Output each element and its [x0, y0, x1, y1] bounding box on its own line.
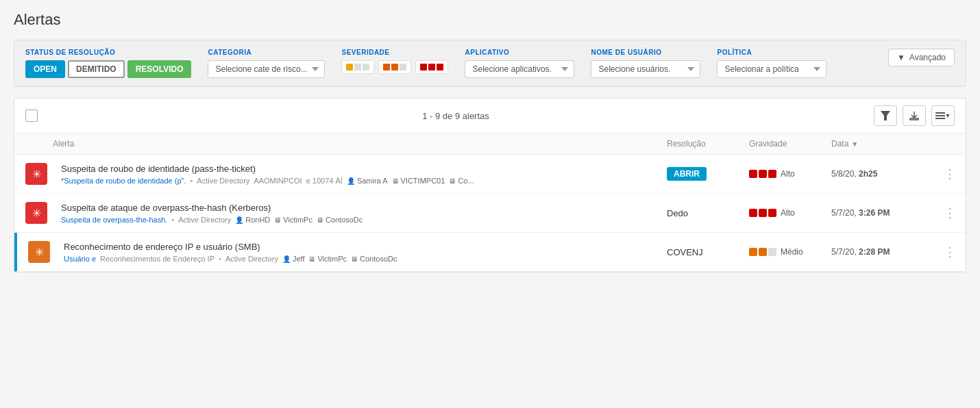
category-filter-label: CATEGORIA — [208, 49, 325, 56]
alert-tag-3: Usuário e — [64, 255, 96, 263]
username-select[interactable]: Selecione usuários. — [591, 60, 700, 78]
pc-icon-3 — [274, 216, 281, 224]
user-icon — [347, 177, 355, 185]
user-icon-2 — [235, 216, 243, 224]
filter-group-status: STATUS DE RESOLUÇÃO OPEN DEMITIDO RESOLV… — [25, 49, 191, 78]
severity-high-button[interactable] — [415, 60, 448, 74]
sev-dot-1a — [749, 170, 757, 178]
chevron-down-icon: ▼ — [945, 112, 951, 119]
advanced-button[interactable]: ▼ Avançado — [888, 49, 955, 66]
resolved-status-button[interactable]: RESOLVIDO — [127, 60, 192, 78]
alert-sub-recon-3: Reconhecimentos de Endereço IP — [100, 255, 215, 263]
severity-cell-2: Alto — [749, 208, 831, 218]
date-cell-3: 5/7/20, 2:28 PM — [831, 247, 941, 257]
svg-marker-0 — [881, 111, 890, 120]
columns-button[interactable]: ▼ — [931, 105, 955, 126]
alert-subtitle-1: *Suspeita de roubo de identidade (p". • … — [61, 177, 659, 185]
more-options-button-3[interactable]: ⋮ — [941, 246, 955, 258]
sev-dot-2a — [749, 209, 757, 217]
svg-rect-1 — [935, 112, 945, 114]
filter-icon: ▼ — [897, 53, 905, 62]
table-count: 1 - 9 de 9 alertas — [46, 111, 866, 121]
alert-pc-badge-4: ContosoDc — [317, 216, 363, 224]
date-value-2: 5/7/20, — [831, 208, 857, 218]
page-title: Alertas — [14, 11, 966, 29]
filter-button[interactable] — [874, 105, 897, 126]
severity-label-3: Médio — [781, 247, 803, 257]
advanced-button-label: Avançado — [909, 53, 946, 62]
funnel-icon — [881, 111, 890, 120]
username-filter-label: NOME DE USUÁRIO — [591, 49, 700, 56]
alert-sub-item-3: e 10074 Äİ — [306, 177, 343, 185]
col-header-alert: Alerta — [53, 139, 667, 149]
select-all-checkbox[interactable] — [25, 110, 38, 122]
alert-icon-1: ✳ — [25, 163, 47, 185]
sev-dot-1c — [768, 170, 776, 178]
alert-title-3: Reconhecimento de endereço IP e usuário … — [64, 242, 659, 252]
alert-pc-badge-3: VictimPc — [274, 216, 313, 224]
alert-sub-item-1: Active Directory — [197, 177, 249, 185]
pc-icon-5 — [308, 255, 315, 263]
toolbar-actions: ▼ — [874, 105, 955, 126]
policy-select[interactable]: Selecionar a política — [717, 60, 826, 78]
severity-dots-3 — [749, 248, 776, 256]
alert-content-1: Suspeita de roubo de identidade (pass-th… — [53, 164, 667, 185]
table-row[interactable]: ✳ Suspeita de roubo de identidade (pass-… — [14, 155, 966, 194]
sev-dot-2c — [768, 209, 776, 217]
status-filter-label: STATUS DE RESOLUÇÃO — [25, 49, 191, 56]
table-row[interactable]: ✳ Suspeita de ataque de overpass-the-has… — [14, 194, 966, 233]
severity-low-button[interactable] — [341, 60, 374, 74]
alert-pc-badge-5: VictimPc — [308, 255, 347, 263]
sev-dot-2b — [759, 209, 767, 217]
col-header-severity: Gravidade — [749, 139, 831, 149]
category-select[interactable]: Selecione cate de risco... — [208, 60, 325, 78]
alerts-table: 1 - 9 de 9 alertas ▼ — [14, 98, 966, 272]
alert-user-badge-2: RonHD — [235, 216, 270, 224]
filter-group-category: CATEGORIA Selecione cate de risco... — [208, 49, 325, 78]
resolution-text-3: COVENJ — [667, 247, 703, 257]
policy-filter-label: POLÍTICA — [717, 49, 826, 56]
open-status-button[interactable]: OPEN — [25, 60, 65, 78]
severity-medium-button[interactable] — [378, 60, 411, 74]
dismissed-status-button[interactable]: DEMITIDO — [68, 60, 125, 78]
alert-pc-badge-6: ContosoDc — [351, 255, 397, 263]
severity-cell-1: Alto — [749, 169, 831, 179]
table-row[interactable]: ✳ Reconhecimento de endereço IP e usuári… — [14, 233, 966, 272]
filter-group-app: Aplicativo Selecione aplicativos. — [465, 49, 574, 78]
status-filter-buttons: OPEN DEMITIDO RESOLVIDO — [25, 60, 191, 78]
alert-sub-item-2: AAOMINPCOI — [254, 177, 302, 185]
alert-title-2: Suspeita de ataque de overpass-the-hash … — [61, 203, 659, 213]
date-value-1: 5/8/20, — [831, 169, 857, 179]
severity-dots-2 — [749, 209, 776, 217]
sev-dot-1b — [759, 170, 767, 178]
download-button[interactable] — [903, 105, 926, 126]
columns-icon — [935, 111, 945, 120]
svg-rect-2 — [935, 115, 945, 116]
more-options-button-1[interactable]: ⋮ — [941, 168, 955, 180]
alert-sub-dir-3: Active Directory — [225, 255, 278, 263]
alert-content-2: Suspeita de ataque de overpass-the-hash … — [53, 203, 667, 224]
table-toolbar: 1 - 9 de 9 alertas ▼ — [14, 99, 966, 133]
col-header-date[interactable]: Data ▼ — [831, 139, 941, 149]
severity-label-1: Alto — [781, 169, 795, 179]
filter-group-username: NOME DE USUÁRIO Selecione usuários. — [591, 49, 700, 78]
alert-tag-1: *Suspeita de roubo de identidade (p". — [61, 177, 186, 185]
sort-icon: ▼ — [851, 140, 858, 148]
date-value-3: 5/7/20, — [831, 247, 857, 257]
sev-dot-3b — [759, 248, 767, 256]
app-filter-label: Aplicativo — [465, 49, 574, 56]
resolution-cell-3: COVENJ — [667, 247, 749, 257]
resolution-badge-1: ABRIR — [667, 167, 707, 181]
filter-group-severity: SEVERIDADE — [341, 49, 448, 74]
resolution-text-2: Dedo — [667, 208, 688, 218]
date-bold-2: 3:26 PM — [859, 208, 890, 218]
svg-rect-3 — [935, 118, 945, 119]
alert-sub-dir-2: Active Directory — [178, 216, 231, 224]
app-select[interactable]: Selecione aplicativos. — [465, 60, 574, 78]
date-cell-2: 5/7/20, 3:26 PM — [831, 208, 941, 218]
severity-label-2: Alto — [781, 208, 795, 218]
alert-user-badge-1: Samira A — [347, 177, 388, 185]
more-options-button-2[interactable]: ⋮ — [941, 207, 955, 219]
severity-dots-1 — [749, 170, 776, 178]
user-icon-3 — [282, 255, 291, 263]
